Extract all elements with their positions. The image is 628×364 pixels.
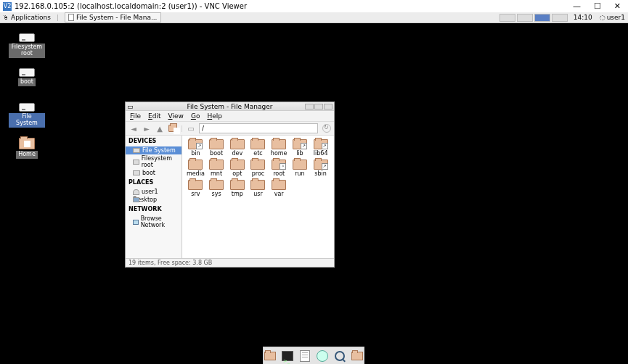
vnc-window-controls: — ☐ ✕ [573, 1, 625, 11]
clock[interactable]: 14:10 [569, 14, 597, 21]
minimize-button[interactable]: — [573, 1, 581, 11]
folder-item-sys[interactable]: sys [206, 179, 227, 198]
desktop-icon-boot[interactable]: boot [9, 68, 45, 86]
folder-icon [351, 352, 363, 360]
drive-icon [133, 170, 140, 175]
folder-item-boot[interactable]: boot [206, 138, 227, 157]
user-icon [133, 189, 139, 195]
folder-label: var [274, 191, 284, 197]
terminal-icon [282, 351, 293, 361]
folder-item-opt[interactable]: opt [227, 159, 248, 178]
folder-item-tmp[interactable]: tmp [227, 179, 248, 198]
close-button[interactable]: ✕ [614, 1, 621, 11]
fm-minimize-button[interactable] [305, 104, 314, 109]
desktop-icon-home[interactable]: Home [9, 138, 45, 159]
fm-maximize-button[interactable] [314, 104, 323, 109]
folder-item-srv[interactable]: srv [185, 179, 206, 198]
taskbar-task-filemanager[interactable]: File System - File Mana... [65, 12, 160, 22]
folder-item-run[interactable]: run [290, 159, 311, 178]
vnc-titlebar: V2 192.168.0.105:2 (localhost.localdomai… [0, 0, 628, 12]
folder-item-etc[interactable]: etc [248, 138, 269, 157]
folder-label: sbin [314, 170, 327, 177]
user-menu[interactable]: ◌ user1 [597, 14, 628, 21]
menu-view[interactable]: View [168, 112, 184, 120]
maximize-button[interactable]: ☐ [594, 1, 601, 11]
location-icon[interactable]: ▭ [186, 123, 196, 133]
folder-item-lib64[interactable]: lib64 [310, 138, 331, 157]
sidebar-label: Filesystem root [142, 155, 179, 168]
network-icon [133, 220, 139, 225]
fm-statusbar: 19 items, Free space: 3.8 GB [126, 258, 334, 267]
sidebar-label: Browse Network [141, 215, 179, 228]
home-button[interactable] [168, 123, 178, 133]
desktop-icon-file-system[interactable]: File System [9, 103, 45, 128]
menu-help[interactable]: Help [207, 112, 222, 120]
menu-edit[interactable]: Edit [148, 112, 160, 120]
dock-search[interactable] [333, 350, 346, 362]
folder-item-lib[interactable]: lib [290, 138, 311, 157]
desktop-label: Filesystem root [9, 44, 45, 58]
folder-label: lib [296, 150, 303, 157]
refresh-button[interactable] [322, 124, 331, 133]
workspace-3[interactable] [534, 14, 550, 22]
up-button[interactable]: ▲ [155, 123, 165, 133]
folder-item-home[interactable]: home [269, 138, 290, 157]
folder-icon [209, 160, 224, 170]
folder-icon [230, 180, 245, 190]
desktop-icon-filesystem-root[interactable]: Filesystem root [9, 33, 45, 58]
folder-icon [250, 180, 265, 190]
forward-button[interactable]: ► [142, 123, 152, 133]
folder-item-root[interactable]: root [269, 159, 290, 178]
editor-icon [300, 350, 310, 362]
vnc-app-icon: V2 [3, 2, 12, 11]
path-value: / [202, 125, 204, 132]
folder-icon [272, 139, 286, 149]
sidebar-item-filesystem[interactable]: File System [126, 146, 182, 154]
folder-label: tmp [232, 191, 243, 197]
back-button[interactable]: ◄ [129, 123, 139, 133]
folder-item-proc[interactable]: proc [248, 159, 269, 178]
folder-label: proc [252, 170, 264, 177]
folder-item-usr[interactable]: usr [248, 179, 269, 198]
fm-main-panel[interactable]: binbootdevetchomeliblib64mediamntoptproc… [182, 136, 334, 258]
fm-close-button[interactable] [324, 104, 333, 109]
sidebar-item-user[interactable]: user1 [126, 188, 182, 196]
folder-icon [250, 160, 265, 170]
folder-icon [209, 180, 224, 190]
folder-icon [272, 160, 286, 170]
dock-browser[interactable] [316, 350, 329, 362]
workspace-2[interactable] [517, 14, 533, 22]
workspace-1[interactable] [499, 14, 515, 22]
folder-icon [188, 180, 203, 190]
fm-titlebar[interactable]: ▭ File System - File Manager [126, 102, 334, 111]
menu-file[interactable]: FFileile [130, 112, 141, 120]
folder-item-dev[interactable]: dev [227, 138, 248, 157]
menu-go[interactable]: Go [191, 112, 200, 120]
separator: | [57, 14, 59, 21]
folder-item-bin[interactable]: bin [185, 138, 206, 157]
folder-label: run [295, 170, 304, 177]
folder-item-mnt[interactable]: mnt [206, 159, 227, 178]
file-manager-window: ▭ File System - File Manager FFileile Ed… [125, 102, 335, 268]
applications-label: Applications [11, 14, 51, 21]
folder-label: opt [232, 170, 242, 177]
sidebar-item-filesystem-root[interactable]: Filesystem root [126, 154, 182, 169]
desktop-icon [133, 197, 139, 202]
dock-folder[interactable] [351, 350, 364, 362]
folder-icon [250, 139, 265, 149]
sidebar-item-boot[interactable]: boot [126, 169, 182, 177]
dock-terminal[interactable] [281, 350, 294, 362]
applications-menu[interactable]: 🖱 Applications [0, 14, 54, 21]
sidebar-heading-devices: DEVICES [126, 136, 182, 146]
dock-filemanager[interactable] [264, 350, 277, 362]
sidebar-item-desktop[interactable]: Desktop [126, 196, 182, 204]
workspace-4[interactable] [552, 14, 568, 22]
path-input[interactable]: / [199, 123, 318, 133]
dock-texteditor[interactable] [298, 350, 311, 362]
magnifier-icon [335, 351, 345, 361]
folder-icon [272, 180, 286, 190]
sidebar-item-browse-network[interactable]: Browse Network [126, 215, 182, 229]
folder-item-media[interactable]: media [185, 159, 206, 178]
folder-item-var[interactable]: var [269, 179, 290, 198]
folder-item-sbin[interactable]: sbin [310, 159, 331, 178]
